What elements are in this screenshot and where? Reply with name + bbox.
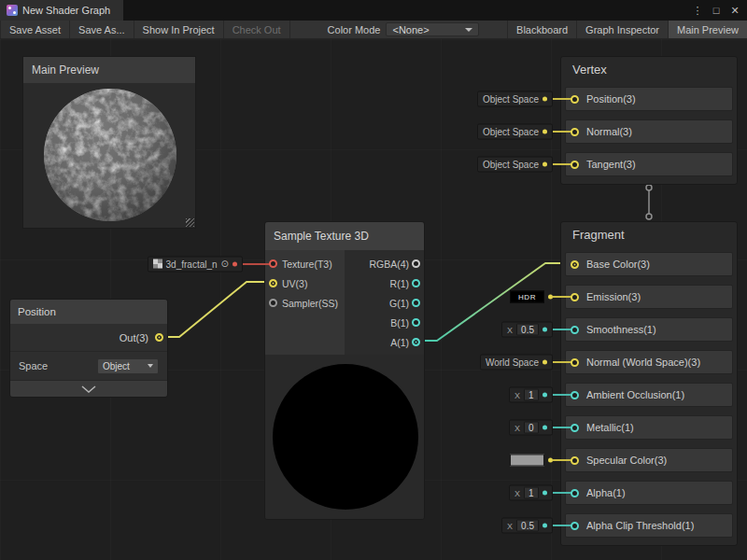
- output-row-r[interactable]: R(1): [345, 273, 424, 293]
- port-emission[interactable]: [571, 293, 579, 301]
- fragment-block-metallic[interactable]: Metallic(1) X 0: [565, 415, 733, 440]
- main-preview-body[interactable]: [23, 83, 195, 228]
- output-row-b[interactable]: B(1): [345, 313, 424, 332]
- menu-icon[interactable]: ⋮: [689, 2, 706, 19]
- port-uv[interactable]: [269, 279, 277, 287]
- node-preview[interactable]: [265, 355, 424, 519]
- x-label: X: [514, 390, 520, 399]
- port-sampler[interactable]: [269, 299, 277, 307]
- port-position[interactable]: [571, 95, 579, 104]
- document-tab[interactable]: New Shader Graph: [0, 0, 123, 21]
- alpha-value-chip[interactable]: X 1: [509, 485, 553, 501]
- vertex-block-position[interactable]: Position(3) Object Space: [565, 87, 733, 111]
- metallic-value-chip[interactable]: X 0: [509, 420, 553, 436]
- preview-sphere[interactable]: [42, 87, 178, 223]
- output-row-g[interactable]: G(1): [345, 293, 424, 313]
- port-a[interactable]: [412, 338, 420, 346]
- color-mode-dropdown[interactable]: <None>: [386, 22, 479, 36]
- port-normal-world[interactable]: [571, 358, 579, 367]
- input-row-sampler[interactable]: Sampler(SS): [265, 293, 345, 313]
- main-preview-header[interactable]: Main Preview: [23, 57, 195, 83]
- port-ambient-occlusion[interactable]: [571, 391, 579, 399]
- port-g[interactable]: [412, 299, 420, 307]
- value-field[interactable]: 0.5: [516, 324, 539, 336]
- fragment-block-specular-color[interactable]: Specular Color(3): [565, 448, 733, 472]
- fragment-node-title[interactable]: Fragment: [565, 222, 733, 248]
- sample-texture-3d-node[interactable]: Sample Texture 3D Texture(T3) 3d_fractal…: [264, 221, 425, 520]
- edge-position-out-to-uv[interactable]: [161, 282, 269, 337]
- input-row-uv[interactable]: UV(3): [265, 273, 345, 293]
- position-node[interactable]: Position Out(3) Space Object: [9, 299, 168, 398]
- sample-node-title[interactable]: Sample Texture 3D: [265, 222, 424, 250]
- show-in-project-button[interactable]: Show In Project: [134, 21, 224, 38]
- color-swatch[interactable]: [510, 455, 544, 467]
- alpha-clip-value-chip[interactable]: X 0.5: [501, 518, 553, 534]
- toolbar: Save Asset Save As... Show In Project Ch…: [0, 21, 747, 39]
- fragment-block-normal-world[interactable]: Normal (World Space)(3) World Space: [565, 350, 733, 374]
- block-label: Emission(3): [586, 291, 641, 302]
- vertex-block-tangent[interactable]: Tangent(3) Object Space: [565, 152, 733, 176]
- port-rgba[interactable]: [412, 259, 420, 268]
- vertex-node-title[interactable]: Vertex: [565, 57, 733, 83]
- fragment-block-alpha-clip[interactable]: Alpha Clip Threshold(1) X 0.5: [565, 513, 733, 538]
- input-row-texture[interactable]: Texture(T3) 3d_fractal_n ⊙: [265, 254, 345, 273]
- port-dot-icon: [543, 328, 547, 332]
- object-picker-icon[interactable]: ⊙: [221, 259, 229, 269]
- object-space-chip[interactable]: Object Space: [477, 124, 553, 140]
- maximize-icon[interactable]: □: [708, 2, 725, 19]
- close-icon[interactable]: ✕: [726, 2, 743, 19]
- port-out[interactable]: [155, 333, 163, 342]
- fragment-block-smoothness[interactable]: Smoothness(1) X 0.5: [565, 317, 733, 342]
- fragment-block-base-color[interactable]: Base Color(3): [565, 252, 733, 276]
- port-alpha[interactable]: [571, 489, 579, 497]
- resize-handle[interactable]: [186, 218, 194, 227]
- port-texture[interactable]: [269, 259, 277, 268]
- object-space-chip[interactable]: Object Space: [477, 91, 553, 107]
- block-label: Specular Color(3): [586, 455, 667, 466]
- port-r[interactable]: [412, 279, 420, 287]
- graph-inspector-toggle-button[interactable]: Graph Inspector: [576, 21, 668, 38]
- smoothness-value-chip[interactable]: X 0.5: [501, 322, 553, 338]
- ao-value-chip[interactable]: X 1: [509, 387, 553, 403]
- texture-thumbnail-icon: [153, 259, 162, 269]
- output-row-a[interactable]: A(1): [345, 332, 424, 352]
- position-node-title[interactable]: Position: [10, 300, 167, 324]
- space-dropdown[interactable]: Object: [97, 358, 159, 374]
- value-field[interactable]: 0: [524, 422, 539, 434]
- fragment-block-alpha[interactable]: Alpha(1) X 1: [565, 481, 733, 505]
- fragment-node[interactable]: Fragment Base Color(3) Emission(3) HDR: [560, 221, 738, 546]
- port-b[interactable]: [412, 318, 420, 327]
- save-as-button[interactable]: Save As...: [70, 21, 134, 38]
- port-tangent[interactable]: [571, 161, 579, 169]
- value-field[interactable]: 1: [524, 389, 539, 401]
- graph-canvas[interactable]: Main Preview: [0, 39, 747, 560]
- port-specular-color[interactable]: [571, 456, 579, 465]
- port-alpha-clip-threshold[interactable]: [571, 522, 579, 530]
- fragment-block-emission[interactable]: Emission(3) HDR: [565, 285, 733, 309]
- hdr-color-field[interactable]: HDR: [510, 291, 544, 303]
- blackboard-toggle-button[interactable]: Blackboard: [507, 21, 576, 38]
- value-field[interactable]: 0.5: [516, 520, 539, 532]
- save-asset-button[interactable]: Save Asset: [0, 21, 70, 38]
- collapse-preview-button[interactable]: [10, 381, 167, 397]
- port-normal[interactable]: [571, 128, 579, 136]
- world-space-chip[interactable]: World Space: [480, 355, 553, 371]
- main-preview-toggle-button[interactable]: Main Preview: [668, 21, 747, 38]
- output-column: RGBA(4) R(1) G(1) B(1): [345, 250, 424, 355]
- emission-hdr-chip[interactable]: HDR: [510, 289, 553, 305]
- port-smoothness[interactable]: [571, 326, 579, 334]
- vertex-block-normal[interactable]: Normal(3) Object Space: [565, 119, 733, 144]
- object-space-chip[interactable]: Object Space: [477, 157, 553, 173]
- vertex-node[interactable]: Vertex Position(3) Object Space Normal(3…: [560, 56, 738, 185]
- port-base-color[interactable]: [571, 260, 579, 269]
- block-label: Alpha(1): [586, 487, 626, 498]
- port-metallic[interactable]: [571, 424, 579, 432]
- texture-asset-chip[interactable]: 3d_fractal_n ⊙: [148, 256, 243, 272]
- value-field[interactable]: 1: [524, 487, 539, 499]
- output-row-out[interactable]: Out(3): [10, 324, 167, 352]
- output-row-rgba[interactable]: RGBA(4): [345, 254, 424, 273]
- chip-label: Object Space: [483, 160, 539, 170]
- specular-color-chip[interactable]: [510, 453, 553, 469]
- block-label: Base Color(3): [586, 259, 650, 270]
- fragment-block-ambient-occlusion[interactable]: Ambient Occlusion(1) X 1: [565, 383, 733, 407]
